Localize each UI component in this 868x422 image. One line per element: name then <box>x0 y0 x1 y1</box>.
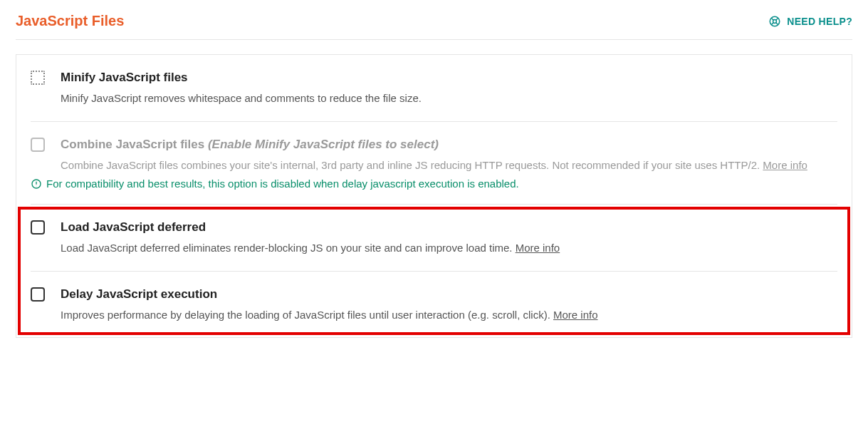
combine-label: Combine JavaScript files (Enable Minify … <box>61 138 837 152</box>
svg-point-1 <box>773 19 777 23</box>
combine-note: For compatibility and best results, this… <box>31 176 837 205</box>
defer-checkbox[interactable] <box>31 220 45 235</box>
svg-line-2 <box>772 18 774 20</box>
svg-line-4 <box>772 22 774 24</box>
svg-line-3 <box>776 18 778 20</box>
defer-desc: Load JavaScript deferred eliminates rend… <box>61 240 837 257</box>
need-help-button[interactable]: NEED HELP? <box>768 15 852 28</box>
option-minify-js: Minify JavaScript files Minify JavaScrip… <box>31 55 837 122</box>
option-delay-js: Delay JavaScript execution Improves perf… <box>31 272 837 338</box>
delay-checkbox[interactable] <box>31 287 45 302</box>
option-combine-block: Combine JavaScript files (Enable Minify … <box>31 122 837 205</box>
minify-desc: Minify JavaScript removes whitespace and… <box>61 91 837 107</box>
need-help-label: NEED HELP? <box>787 16 852 27</box>
minify-label: Minify JavaScript files <box>61 71 837 85</box>
combine-desc: Combine JavaScript files combines your s… <box>61 158 837 174</box>
option-defer-js: Load JavaScript deferred Load JavaScript… <box>31 205 837 272</box>
settings-section: JavaScript Files NEED HELP? Minify <box>0 0 868 359</box>
defer-more-info-link[interactable]: More info <box>516 242 560 254</box>
options-panel: Minify JavaScript files Minify JavaScrip… <box>16 54 852 338</box>
option-combine-js: Combine JavaScript files (Enable Minify … <box>31 122 837 181</box>
delay-label: Delay JavaScript execution <box>61 287 837 302</box>
section-header: JavaScript Files NEED HELP? <box>16 13 852 40</box>
combine-more-info-link[interactable]: More info <box>763 159 807 171</box>
highlighted-group: Load JavaScript deferred Load JavaScript… <box>31 205 837 337</box>
minify-checkbox[interactable] <box>31 71 45 85</box>
svg-line-5 <box>776 22 778 24</box>
defer-label: Load JavaScript deferred <box>61 220 837 235</box>
svg-point-8 <box>36 185 37 186</box>
section-title: JavaScript Files <box>16 13 124 29</box>
delay-desc: Improves performance by delaying the loa… <box>61 307 837 324</box>
delay-more-info-link[interactable]: More info <box>553 309 598 321</box>
combine-checkbox <box>31 138 45 152</box>
lifebuoy-icon <box>768 15 781 28</box>
